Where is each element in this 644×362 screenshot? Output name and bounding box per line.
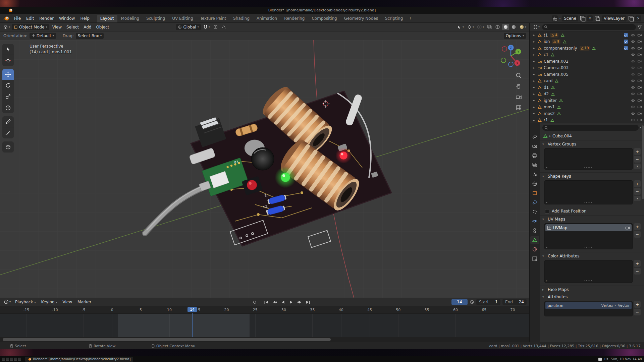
remove-shape-key-button[interactable]: − (634, 188, 641, 195)
expand-caret-icon[interactable]: ► (533, 66, 536, 69)
shape-key-specials-button[interactable]: ▾ (634, 196, 641, 201)
properties-tab-particles[interactable] (530, 208, 539, 216)
jump-to-start-button[interactable] (262, 299, 270, 305)
pan-hand-icon[interactable] (516, 83, 522, 89)
ruler-tick[interactable]: -15 (23, 308, 29, 312)
properties-tab-texture[interactable] (530, 255, 539, 263)
properties-tab-world[interactable] (530, 180, 539, 188)
render-camera-icon[interactable] (625, 226, 630, 230)
vertex-group-specials-button[interactable]: ▾ (634, 164, 641, 169)
current-frame-field[interactable]: 14 (451, 299, 468, 305)
keyboard-layout-indicator[interactable]: us (604, 357, 608, 361)
ruler-tick[interactable]: -10 (52, 308, 58, 312)
breadcrumb-object-name[interactable]: Cube.004 (552, 134, 572, 138)
blender-logo-icon[interactable] (3, 16, 9, 21)
scene-name-field[interactable]: Scene (562, 15, 578, 21)
disable-in-renders-icon[interactable] (637, 92, 642, 96)
auto-keying-button[interactable] (251, 299, 258, 305)
outliner-row-camera-003[interactable]: ►Camera.003 (530, 65, 644, 71)
remove-vertex-group-button[interactable]: − (634, 156, 641, 163)
expand-caret-icon[interactable]: ► (533, 60, 536, 63)
workspace-tab-scripting[interactable]: Scripting (382, 15, 406, 22)
outliner-row-r1[interactable]: ►r1 (530, 117, 644, 123)
viewport-menu-add[interactable]: Add (81, 24, 94, 31)
shading-solid-button[interactable] (502, 24, 509, 30)
gizmo-x-neg[interactable] (502, 47, 507, 51)
resize-grip[interactable] (584, 201, 593, 203)
hide-in-viewport-icon[interactable] (631, 46, 635, 51)
shape-keys-listbox[interactable]: ▸ (544, 180, 633, 204)
properties-filter-caret[interactable]: ▾ (640, 126, 641, 129)
selectable-checkbox[interactable] (624, 40, 628, 44)
mode-dropdown[interactable]: Object Mode ▾ (12, 24, 49, 30)
disable-in-renders-icon[interactable] (637, 52, 642, 57)
timeline-tracks[interactable] (0, 314, 529, 337)
disable-in-renders-icon[interactable] (637, 72, 642, 77)
uv-maps-listbox[interactable]: UVMap ▸ (544, 223, 633, 249)
hide-in-viewport-icon[interactable] (631, 33, 635, 38)
hide-in-viewport-icon[interactable] (631, 65, 635, 70)
tool-add-cube[interactable] (2, 141, 14, 153)
filter-funnel-icon[interactable] (637, 25, 642, 29)
expand-caret-icon[interactable]: ► (533, 99, 536, 102)
add-rest-position-row[interactable]: Add Rest Position (540, 207, 644, 215)
attribute-item[interactable]: position Vertex ▸ Vector (545, 302, 632, 309)
timeline-menu-view[interactable]: View (60, 299, 75, 305)
workspace-tab-animation[interactable]: Animation (253, 15, 280, 22)
drag-setting-dropdown[interactable]: Select Box ▾ (76, 33, 104, 39)
outliner-editor-type-button[interactable]: ▾ (532, 24, 541, 30)
gizmo-y-neg[interactable] (501, 58, 506, 63)
shading-wireframe-button[interactable] (494, 24, 501, 30)
attributes-panel-header[interactable]: ▾ Attributes (540, 293, 644, 300)
proportional-editing-button[interactable] (212, 24, 219, 30)
toggle-xray-button[interactable] (486, 24, 493, 30)
browse-scene-button[interactable] (552, 15, 558, 21)
expand-caret-icon[interactable]: ► (533, 53, 536, 56)
tool-transform[interactable] (2, 102, 14, 113)
viewport-menu-view[interactable]: View (50, 24, 64, 31)
hide-in-viewport-icon[interactable] (631, 85, 635, 90)
selectable-checkbox[interactable] (624, 33, 628, 37)
ruler-tick[interactable]: 25 (253, 308, 258, 312)
shape-keys-panel-header[interactable]: ▾ Shape Keys (540, 172, 644, 180)
properties-tab-constraints[interactable] (530, 227, 539, 235)
ruler-tick[interactable]: 65 (482, 308, 486, 312)
outliner-row-ion[interactable]: ►ion5 (530, 39, 644, 45)
workspace-tab-uv-editing[interactable]: UV Editing (169, 15, 197, 22)
shading-rendered-button[interactable]: ▾ (518, 24, 527, 30)
workspace-tab-rendering[interactable]: Rendering (281, 15, 308, 22)
uv-maps-panel-header[interactable]: ▾ UV Maps (540, 215, 644, 223)
workspace-pager[interactable] (2, 358, 21, 361)
attributes-listbox[interactable]: position Vertex ▸ Vector (544, 301, 633, 316)
hide-in-viewport-icon[interactable] (631, 98, 635, 103)
snap-magnet-button[interactable]: ▾ (202, 24, 211, 30)
ruler-tick[interactable]: 5 (140, 308, 142, 312)
menu-render[interactable]: Render (37, 15, 56, 22)
properties-tab-material[interactable] (530, 245, 539, 253)
ruler-tick[interactable]: 10 (167, 308, 172, 312)
add-shape-key-button[interactable]: + (634, 180, 641, 187)
disable-in-renders-icon[interactable] (637, 65, 642, 70)
vertex-groups-panel-header[interactable]: ▾ Vertex Groups (540, 140, 644, 147)
outliner-row-igniter[interactable]: ►igniter (530, 97, 644, 104)
resize-grip[interactable] (584, 280, 593, 282)
ruler-tick[interactable]: 60 (453, 308, 458, 312)
properties-tab-object-data[interactable] (530, 236, 539, 244)
outliner-row-card[interactable]: ►card (530, 78, 644, 84)
color-attributes-listbox[interactable]: ▸ (544, 260, 633, 283)
ruler-tick[interactable]: 50 (396, 308, 400, 312)
menu-file[interactable]: File (11, 15, 23, 22)
expand-caret-icon[interactable]: ► (533, 106, 536, 109)
ruler-tick[interactable]: -5 (82, 308, 86, 312)
properties-search-field[interactable] (542, 125, 639, 131)
tray-icon[interactable] (598, 358, 602, 361)
jump-prev-keyframe-button[interactable] (271, 299, 278, 305)
expand-caret-icon[interactable]: ► (533, 112, 536, 115)
expand-caret-icon[interactable]: ► (533, 47, 536, 50)
clock[interactable]: Sun, 10 Nov 14:48 (611, 357, 642, 361)
ruler-tick[interactable]: 70 (511, 308, 515, 312)
hide-in-viewport-icon[interactable] (631, 39, 635, 44)
timeline-menu-keying[interactable]: Keying ▾ (38, 299, 60, 305)
disable-in-renders-icon[interactable] (637, 78, 642, 83)
remove-view-layer-button[interactable]: × (635, 15, 641, 21)
